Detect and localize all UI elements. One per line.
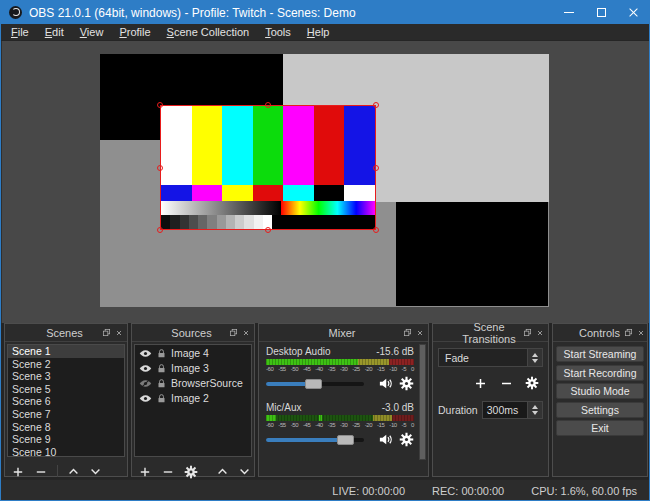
source-list-item[interactable]: Image 2	[135, 390, 251, 405]
duration-spin-arrows[interactable]	[527, 402, 542, 418]
scene-list-item[interactable]: Scene 9	[8, 433, 124, 446]
preview-area[interactable]	[2, 41, 650, 323]
volume-slider[interactable]	[266, 382, 364, 386]
selection-handle[interactable]	[265, 227, 271, 233]
sources-dock: Sources Image 4 Image 3 Bro	[131, 323, 255, 477]
title-bar[interactable]: OBS 21.0.1 (64bit, windows) - Profile: T…	[1, 1, 649, 24]
transition-properties-gear-icon[interactable]	[525, 376, 539, 391]
start-streaming-button[interactable]: Start Streaming	[556, 346, 644, 362]
program-canvas[interactable]	[100, 54, 549, 307]
mixer-body: Desktop Audio -15.6 dB -60-55-50 -45-40-…	[259, 342, 428, 462]
float-icon[interactable]	[102, 328, 111, 337]
source-list-item[interactable]: Image 4	[135, 345, 251, 360]
transitions-dock-title: Scene Transitions	[437, 321, 519, 345]
controls-dock: Controls Start Streaming Start Recording…	[552, 323, 648, 477]
volume-meter	[266, 359, 414, 365]
source-list-item[interactable]: BrowserSource	[135, 375, 251, 390]
menu-scene-collection[interactable]: Scene Collection	[159, 24, 258, 41]
sources-dock-header[interactable]: Sources	[132, 324, 254, 342]
menu-profile[interactable]: Profile	[111, 24, 158, 41]
channel-settings-gear-icon[interactable]	[399, 376, 414, 391]
selection-handle[interactable]	[373, 102, 379, 108]
studio-mode-button[interactable]: Studio Mode	[556, 383, 644, 399]
transition-select-arrows[interactable]	[527, 349, 542, 366]
menu-file[interactable]: File	[3, 24, 37, 41]
source-name: BrowserSource	[171, 377, 243, 389]
mixer-dock: Mixer Desktop Audio -15.6 dB	[258, 323, 429, 477]
selected-source-test-pattern[interactable]	[160, 105, 376, 230]
float-icon[interactable]	[403, 328, 412, 337]
remove-transition-button[interactable]	[499, 376, 514, 391]
scene-list-item[interactable]: Scene 5	[8, 383, 124, 396]
menu-tools[interactable]: Tools	[257, 24, 299, 41]
selection-handle[interactable]	[157, 165, 163, 171]
selection-handle[interactable]	[373, 227, 379, 233]
add-scene-button[interactable]	[11, 462, 25, 480]
toolbar-divider	[57, 465, 58, 477]
close-icon[interactable]	[637, 329, 645, 337]
meter-scale: -60-55-50 -45-40-35 -30-25-20 -15-10-5 0	[266, 422, 414, 430]
controls-dock-header[interactable]: Controls	[553, 324, 647, 342]
add-source-button[interactable]	[138, 462, 152, 480]
scene-up-button[interactable]	[67, 462, 80, 480]
duration-spinbox[interactable]: 300ms	[482, 401, 543, 419]
menu-view[interactable]: View	[72, 24, 112, 41]
scene-list-item[interactable]: Scene 2	[8, 358, 124, 371]
meter-scale: -60-55-50 -45-40-35 -30-25-20 -15-10-5 0	[266, 366, 414, 374]
scene-list-item[interactable]: Scene 7	[8, 408, 124, 421]
menu-bar: File Edit View Profile Scene Collection …	[1, 24, 649, 41]
selection-handle[interactable]	[157, 227, 163, 233]
speaker-icon[interactable]	[378, 432, 393, 447]
controls-body: Start Streaming Start Recording Studio M…	[553, 342, 647, 443]
selection-handle[interactable]	[265, 102, 271, 108]
lock-icon[interactable]	[156, 389, 167, 407]
channel-settings-gear-icon[interactable]	[399, 432, 414, 447]
float-icon[interactable]	[523, 328, 532, 337]
add-transition-button[interactable]	[473, 376, 488, 391]
remove-scene-button[interactable]	[34, 462, 48, 480]
chevron-down-icon	[532, 411, 538, 415]
settings-button[interactable]: Settings	[556, 402, 644, 418]
transitions-dock-header[interactable]: Scene Transitions	[433, 324, 548, 342]
source-up-button[interactable]	[216, 462, 229, 480]
close-button[interactable]	[617, 1, 649, 24]
close-icon[interactable]	[416, 329, 424, 337]
scene-list-item[interactable]: Scene 1	[8, 345, 124, 358]
exit-button[interactable]: Exit	[556, 420, 644, 436]
close-icon[interactable]	[115, 329, 123, 337]
rec-time: REC: 00:00:00	[432, 485, 504, 497]
volume-slider-handle[interactable]	[337, 435, 354, 445]
eye-icon[interactable]	[139, 389, 152, 407]
source-properties-gear-icon[interactable]	[184, 462, 198, 480]
menu-help[interactable]: Help	[299, 24, 338, 41]
channel-level-db: -15.6 dB	[376, 346, 414, 357]
scenes-dock-header[interactable]: Scenes	[5, 324, 127, 342]
close-icon	[628, 7, 639, 18]
minimize-button[interactable]	[553, 1, 585, 24]
volume-slider[interactable]	[266, 438, 364, 442]
scene-list-item[interactable]: Scene 6	[8, 395, 124, 408]
volume-slider-handle[interactable]	[305, 379, 322, 389]
close-icon[interactable]	[242, 329, 250, 337]
scene-list-item[interactable]: Scene 3	[8, 370, 124, 383]
close-icon[interactable]	[536, 329, 544, 337]
mixer-dock-header[interactable]: Mixer	[259, 324, 428, 342]
scene-list-item[interactable]: Scene 8	[8, 421, 124, 434]
transitions-toolbar	[438, 376, 539, 391]
scene-list-item[interactable]: Scene 10	[8, 446, 124, 459]
scene-down-button[interactable]	[89, 462, 102, 480]
selection-handle[interactable]	[373, 165, 379, 171]
selection-handle[interactable]	[157, 102, 163, 108]
obs-logo-icon[interactable]	[9, 6, 22, 19]
maximize-button[interactable]	[585, 1, 617, 24]
float-icon[interactable]	[229, 328, 238, 337]
menu-edit[interactable]: Edit	[37, 24, 72, 41]
start-recording-button[interactable]: Start Recording	[556, 365, 644, 381]
remove-source-button[interactable]	[161, 462, 175, 480]
float-icon[interactable]	[624, 328, 633, 337]
mixer-scrollbar[interactable]	[419, 344, 426, 460]
transition-select[interactable]: Fade	[438, 348, 543, 367]
speaker-icon[interactable]	[378, 376, 393, 391]
source-down-button[interactable]	[238, 462, 251, 480]
source-list-item[interactable]: Image 3	[135, 360, 251, 375]
